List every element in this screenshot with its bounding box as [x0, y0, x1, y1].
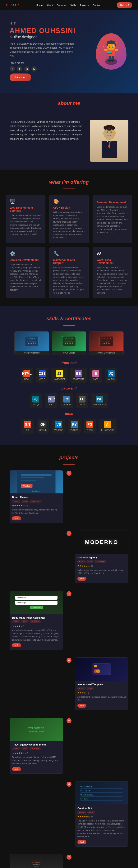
project-visit-button[interactable]: Visit [12, 643, 21, 647]
skill-name: PYTHON [71, 429, 79, 431]
social-icons-row: f t in [9, 66, 94, 71]
skills-section: skills & certificates CERTIFICATEOF COMP… [0, 306, 138, 445]
offering-card-title: Frontend Development [96, 201, 128, 204]
svg-text:WELCOME TO: WELCOME TO [32, 862, 41, 863]
about-section: Hi, I'm Ahmed Ouhssini, your go-to web d… [0, 116, 138, 169]
svg-text:OF COMPLETION: OF COMPLETION [27, 341, 36, 342]
svg-text:★★★★★: ★★★★★ [65, 342, 74, 344]
offering-card-title: Web Development Services [10, 206, 42, 212]
offering-card-desc: I offer full-stack web development servi… [10, 214, 42, 236]
offering-card: 🔧 Maintenance and Support Beyond initial… [49, 247, 89, 299]
hero-title: a ui/ux designer [9, 35, 94, 39]
project-stars: ★★★★★☆ 4.5 [12, 752, 61, 754]
svg-rect-50 [21, 477, 44, 478]
navigation: Ouhssini Home About Services Skills Proj… [0, 0, 138, 10]
svg-text:✦: ✦ [103, 46, 104, 48]
project-card: MODERNO Moderno Agency HTMLCSSJavaScript… [75, 531, 129, 583]
nav-logo: Ouhssini [6, 3, 21, 7]
offering-card: W WordPress Development Specializing in … [92, 247, 132, 299]
svg-rect-7 [115, 49, 118, 51]
social-github[interactable] [31, 66, 37, 71]
svg-rect-51 [21, 479, 36, 481]
nav-projects[interactable]: Projects [80, 4, 89, 7]
project-title: master-card Template [77, 683, 126, 686]
project-card: WELCOME TO OFPPT ARCHIVE and Support OFP… [9, 854, 63, 868]
nav-services[interactable]: Services [57, 4, 66, 7]
skill-badge: JQ JQUERY [105, 368, 117, 382]
hero-hire-button[interactable]: Hire me! [9, 73, 31, 81]
skill-icon: SQL [32, 396, 39, 403]
project-image: WELCOME TO OFPPT ARCHIVE and Support OFP… [10, 855, 63, 868]
svg-rect-48 [17, 470, 56, 493]
timeline-number: 7 [66, 854, 72, 860]
project-visit-button[interactable]: Visit [77, 577, 86, 581]
project-image [75, 658, 128, 681]
project-info: Body Mass Index Calculator HTMLCSSJavaSc… [10, 614, 63, 650]
project-tag: CSS [22, 500, 29, 503]
project-description: Development digital agency template buil… [12, 508, 61, 515]
project-description: Travel agency website theme crafted with… [12, 756, 61, 765]
nav-hire-button[interactable]: Hire me! [117, 2, 132, 8]
project-description: A small website created using HTML, CSS,… [12, 629, 61, 641]
about-title-container: about me [0, 93, 138, 110]
project-visit-button[interactable]: Visit [12, 767, 21, 771]
nav-skills[interactable]: Skills [70, 4, 76, 7]
nav-home[interactable]: Home [36, 4, 43, 7]
about-image [90, 120, 129, 162]
skill-name: ILLUSTRATOR [101, 429, 114, 431]
svg-rect-6 [104, 49, 108, 51]
offering-card-desc: With a focus on design and user experien… [53, 211, 85, 239]
skills-title: skills & certificates [6, 308, 132, 323]
offering-card-desc: Beyond initial development, I provide on… [53, 266, 85, 294]
skill-badge: GH GITHUB [37, 419, 49, 434]
project-visit-button[interactable]: Visit [12, 517, 21, 520]
timeline-item: 7 WELCOME TO OFPPT ARCHIVE and Support O… [9, 854, 129, 868]
skill-badge: FG FIGMA [84, 419, 96, 434]
project-tags: HTMLCSSJavaScript [12, 747, 61, 750]
about-text: Hi, I'm Ahmed Ouhssini, your go-to web d… [9, 120, 84, 141]
skill-badge: JS JAVASCRIPT [51, 368, 67, 382]
cert-2-img: CERTIFICATEUI/UX DESIGN★★★★★ [52, 332, 86, 351]
project-image: WELCOME TO Travel Agency Website [10, 718, 63, 741]
offering-card: 🖥️ Web Development Services I offer full… [6, 195, 46, 243]
cert-1-img: CERTIFICATEOF COMPLETION★★★★★ [15, 332, 49, 351]
project-tag: JavaScript [29, 620, 41, 623]
about-divider [63, 110, 75, 110]
hero-avatar: ★ ✦ ✦ [96, 33, 127, 70]
skill-name: BOOTSTRAP [73, 378, 85, 380]
project-image: MODERNO [75, 531, 128, 554]
skill-icon: PHP [48, 396, 55, 403]
skill-name: PYTHON [63, 404, 71, 406]
project-description: Multipurpose company website theme built… [77, 568, 126, 575]
project-image: User: Hello bot! Bot: Hi there! User: Ge… [75, 781, 128, 804]
tools-skills: tools GIT GIT GH GITHUB VS VS CODE PY PY… [6, 412, 132, 434]
timeline-number: 3 [66, 591, 72, 597]
project-tag: Python [77, 811, 86, 814]
offering-card: Frontend Development Using modern techno… [92, 195, 132, 243]
hero-image: ★ ✦ ✦ [94, 32, 129, 71]
project-title: Bondi Theme [12, 496, 61, 499]
nav-contact[interactable]: Contact [92, 4, 101, 7]
cert-1: CERTIFICATEOF COMPLETION★★★★★ Web Develo… [15, 331, 49, 355]
project-card: master-card Template HTMLCSS ★★★★ 4.0 A … [75, 657, 129, 710]
project-visit-button[interactable]: Visit [77, 840, 86, 844]
project-description: The CRPYT botnet is a chat bot that simu… [77, 819, 126, 838]
social-linkedin[interactable]: in [24, 66, 29, 71]
project-visit-button[interactable]: Visit [77, 704, 86, 708]
social-facebook[interactable]: f [9, 66, 15, 71]
nav-about[interactable]: About [46, 4, 53, 7]
skill-icon: AI [104, 421, 111, 428]
project-tag: JavaScript [95, 560, 106, 563]
project-title: Travel agency website theme [12, 743, 61, 746]
skill-icon: WP [96, 396, 103, 403]
skill-icon: PY [63, 396, 70, 403]
social-twitter[interactable]: t [17, 66, 22, 71]
project-stars: ★★★★ 4.0 [77, 691, 126, 694]
svg-point-0 [105, 58, 117, 65]
offering-section: what i'm offering 🖥️ Web Development Ser… [0, 169, 138, 306]
skill-badge: WP WORDPRESS [91, 393, 109, 408]
project-image: Visit Site Bondi Theme [10, 470, 63, 493]
svg-text:CERTIFICATE: CERTIFICATE [102, 338, 111, 340]
timeline-item: 1 Visit Site Bondi Theme Bondi Theme HTM… [9, 470, 129, 523]
project-tag: CSS [22, 747, 29, 750]
